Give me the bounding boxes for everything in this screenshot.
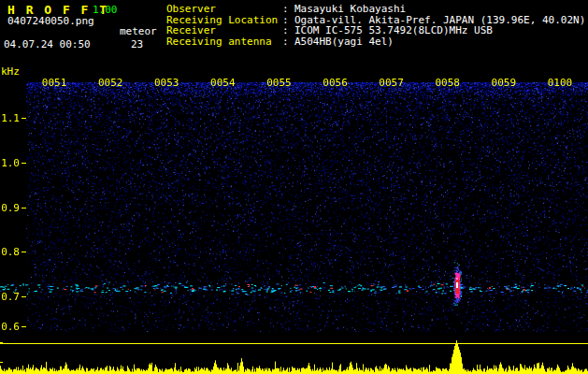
info-value: ICOM IC-575 53.7492(8LCD)MHz USB	[294, 25, 493, 36]
time-tick-label: 0053	[138, 77, 194, 89]
time-tick-label: 0100	[532, 77, 588, 89]
freq-tick-row: 0.9	[0, 203, 26, 213]
info-separator: :	[282, 4, 294, 15]
info-label: Receiver	[166, 25, 282, 36]
time-tick-label: 0055	[251, 77, 307, 89]
freq-tick-label: 1.1	[0, 112, 20, 124]
hrofft-window: H R O F F T 1.00 0407240050.png meteor 0…	[0, 0, 588, 374]
signal-level-canvas	[0, 335, 588, 374]
info-separator: :	[282, 25, 294, 36]
info-label: Receiving antenna	[166, 36, 282, 48]
freq-unit-label: kHz	[1, 65, 20, 78]
freq-tick-label: 0.9	[0, 202, 20, 214]
freq-tick-label: 0.7	[0, 291, 20, 303]
info-label: Observer	[166, 4, 282, 15]
freq-tick-row: 1.0	[0, 158, 26, 168]
output-filename: 0407240050.png	[7, 15, 94, 27]
time-tick-label: 0056	[307, 77, 363, 89]
freq-tick-row: 0.7	[0, 292, 26, 302]
time-tick-label: 0059	[476, 77, 532, 89]
time-axis: 0051 0052 0053 0054 0055 0056 0057 0058 …	[26, 77, 588, 89]
spectrogram-canvas	[0, 82, 588, 332]
time-tick-label: 0052	[82, 77, 138, 89]
mode-label: meteor	[120, 25, 157, 37]
freq-tick-mark	[22, 163, 26, 164]
app-version: 1.00	[93, 4, 118, 16]
freq-tick-mark	[22, 252, 26, 252]
freq-tick-label: 0.8	[0, 246, 20, 258]
station-info: Observer: Masayuki Kobayashi Receiving L…	[166, 4, 585, 47]
time-tick-label: 0057	[364, 77, 420, 89]
freq-tick-mark	[22, 296, 26, 297]
freq-tick-row: 0.8	[0, 247, 26, 257]
time-tick-label: 0051	[26, 77, 82, 89]
freq-tick-label: 0.6	[0, 321, 20, 333]
freq-tick-mark	[22, 208, 26, 209]
freq-tick-row: 1.1	[0, 113, 26, 123]
freq-tick-mark	[22, 326, 26, 327]
info-separator: :	[282, 36, 294, 48]
time-tick-label: 0054	[194, 77, 251, 89]
time-tick-label: 0058	[420, 77, 476, 89]
meteor-count: 23	[131, 38, 143, 50]
info-row-observer: Observer: Masayuki Kobayashi	[166, 4, 585, 15]
observation-datetime: 04.07.24 00:50	[4, 38, 91, 50]
freq-tick-mark	[22, 118, 26, 119]
info-value: A504HB(yagi 4el)	[294, 36, 394, 48]
freq-tick-row: 0.6	[0, 322, 26, 332]
info-row-receiver: Receiver: ICOM IC-575 53.7492(8LCD)MHz U…	[166, 25, 585, 36]
info-value: Masayuki Kobayashi	[294, 4, 406, 15]
freq-tick-label: 1.0	[0, 157, 20, 169]
info-row-antenna: Receiving antenna: A504HB(yagi 4el)	[166, 36, 585, 48]
